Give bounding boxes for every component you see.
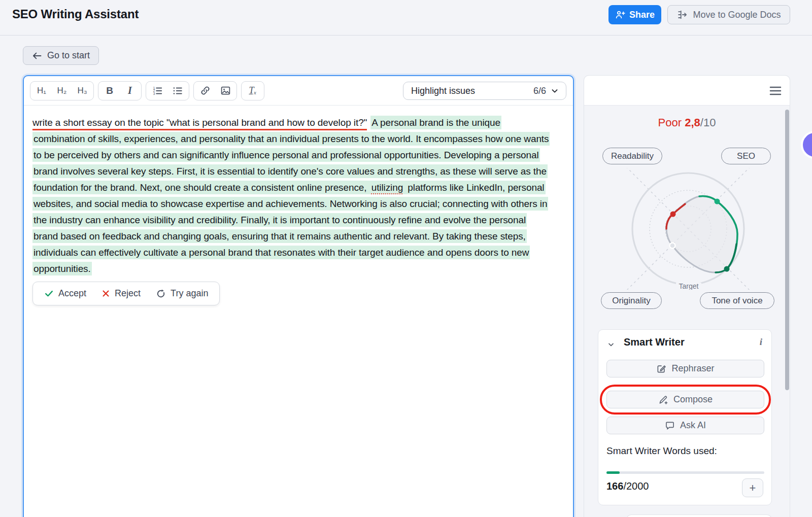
clear-format-group: Tₓ bbox=[241, 81, 264, 100]
list-group: 1 2 3 bbox=[146, 81, 189, 100]
document-editor[interactable]: write a short essay on the topic "what i… bbox=[24, 106, 573, 305]
generated-text: platforms like LinkedIn, personal websit… bbox=[32, 181, 548, 275]
h3-button[interactable]: H₃ bbox=[72, 82, 92, 99]
highlight-issues-label: Highlight issues bbox=[411, 86, 529, 96]
image-icon bbox=[220, 85, 231, 96]
back-arrow-icon bbox=[32, 52, 42, 60]
link-button[interactable] bbox=[195, 82, 215, 99]
ordered-list-button[interactable]: 1 2 3 bbox=[147, 82, 167, 99]
highlight-issues-dropdown[interactable]: Highlight issues 6/6 bbox=[403, 82, 566, 100]
compose-pen-icon bbox=[658, 395, 668, 405]
bold-button[interactable]: B bbox=[99, 82, 120, 99]
retry-icon bbox=[156, 289, 166, 299]
rephraser-label: Rephraser bbox=[671, 363, 714, 374]
words-limit: /2000 bbox=[623, 480, 649, 492]
italic-button[interactable]: I bbox=[120, 82, 140, 99]
flagged-word: utilizing bbox=[370, 181, 404, 194]
help-fab[interactable] bbox=[801, 131, 812, 159]
reject-label: Reject bbox=[115, 288, 141, 299]
words-used-count: 166 bbox=[606, 480, 623, 492]
go-to-start-label: Go to start bbox=[47, 50, 90, 61]
smart-writer-title: Smart Writer bbox=[624, 336, 685, 348]
score-value: 2,8 bbox=[685, 116, 700, 129]
reject-button[interactable]: Reject bbox=[101, 288, 141, 299]
words-used-label: Smart Writer Words used: bbox=[606, 445, 717, 457]
target-label: Target bbox=[679, 282, 699, 290]
clear-formatting-button[interactable]: Tₓ bbox=[243, 82, 263, 99]
app-header: SEO Writing Assistant Share Move to Goog… bbox=[0, 0, 812, 36]
menu-icon[interactable] bbox=[769, 86, 782, 95]
words-progress-fill bbox=[606, 471, 620, 474]
plus-icon: + bbox=[750, 481, 756, 495]
move-docs-export-icon bbox=[676, 9, 688, 20]
h1-button[interactable]: H₁ bbox=[31, 82, 52, 99]
try-again-label: Try again bbox=[171, 288, 208, 299]
svg-text:3: 3 bbox=[153, 91, 155, 95]
prompt-text: write a short essay on the topic "what i… bbox=[32, 117, 367, 130]
go-to-start-button[interactable]: Go to start bbox=[23, 46, 99, 65]
add-words-button[interactable]: + bbox=[742, 478, 763, 497]
h2-button[interactable]: H₂ bbox=[52, 82, 72, 99]
overall-score: Poor 2,8/10 bbox=[584, 116, 790, 129]
score-gauge-chart: Target bbox=[584, 168, 790, 290]
format-group: B I bbox=[98, 81, 142, 100]
score-max: /10 bbox=[700, 116, 716, 129]
ai-action-bar: Accept Reject Try again bbox=[32, 282, 220, 305]
score-grade: Poor bbox=[658, 116, 682, 129]
accept-button[interactable]: Accept bbox=[44, 288, 86, 299]
chevron-down-icon bbox=[550, 86, 559, 95]
link-icon bbox=[200, 85, 211, 96]
sidebar-header bbox=[584, 76, 790, 106]
words-used-value: 166/2000 bbox=[606, 480, 649, 492]
try-again-button[interactable]: Try again bbox=[156, 288, 208, 299]
move-to-google-docs-button[interactable]: Move to Google Docs bbox=[667, 5, 790, 24]
heading-group: H₁ H₂ H₃ bbox=[30, 81, 94, 100]
words-used-progress bbox=[606, 471, 764, 474]
sidebar-scrollbar[interactable] bbox=[785, 110, 789, 390]
smart-writer-card: Smart Writer i Rephraser Compose bbox=[598, 329, 772, 505]
accept-check-icon bbox=[44, 289, 54, 298]
move-to-google-docs-label: Move to Google Docs bbox=[693, 10, 781, 20]
highlight-issues-count: 6/6 bbox=[533, 86, 546, 96]
metric-seo[interactable]: SEO bbox=[721, 148, 771, 164]
accept-label: Accept bbox=[58, 288, 86, 299]
share-button[interactable]: Share bbox=[608, 5, 661, 24]
unordered-list-button[interactable] bbox=[167, 82, 188, 99]
rephrase-icon bbox=[656, 364, 666, 374]
score-sidebar: Poor 2,8/10 Readability SEO Originality … bbox=[584, 75, 790, 517]
page-title: SEO Writing Assistant bbox=[12, 7, 139, 21]
tone-of-voice-dot bbox=[724, 266, 730, 272]
insert-group bbox=[193, 81, 237, 100]
readability-dot bbox=[670, 212, 676, 217]
ask-ai-button[interactable]: Ask AI bbox=[606, 417, 764, 434]
editor-card: H₁ H₂ H₃ B I 1 2 3 bbox=[23, 75, 574, 517]
unordered-list-icon bbox=[172, 85, 183, 96]
compose-button[interactable]: Compose bbox=[606, 391, 764, 408]
reject-x-icon bbox=[101, 289, 110, 298]
collapse-chevron-icon[interactable] bbox=[607, 340, 615, 349]
originality-dot bbox=[670, 243, 675, 249]
metric-originality[interactable]: Originality bbox=[601, 292, 662, 309]
ordered-list-icon: 1 2 3 bbox=[152, 85, 163, 96]
share-person-plus-icon bbox=[615, 10, 625, 20]
ask-ai-label: Ask AI bbox=[680, 420, 706, 431]
ask-ai-chat-icon bbox=[665, 421, 675, 431]
compose-label: Compose bbox=[673, 394, 713, 405]
rephraser-button[interactable]: Rephraser bbox=[606, 360, 764, 377]
share-label: Share bbox=[629, 10, 655, 20]
info-icon[interactable]: i bbox=[760, 336, 762, 348]
next-section-card bbox=[626, 514, 772, 517]
image-button[interactable] bbox=[215, 82, 235, 99]
metric-tone-of-voice[interactable]: Tone of voice bbox=[700, 292, 774, 309]
editor-toolbar: H₁ H₂ H₃ B I 1 2 3 bbox=[24, 76, 573, 106]
metric-readability[interactable]: Readability bbox=[602, 148, 662, 164]
seo-dot bbox=[715, 199, 720, 204]
